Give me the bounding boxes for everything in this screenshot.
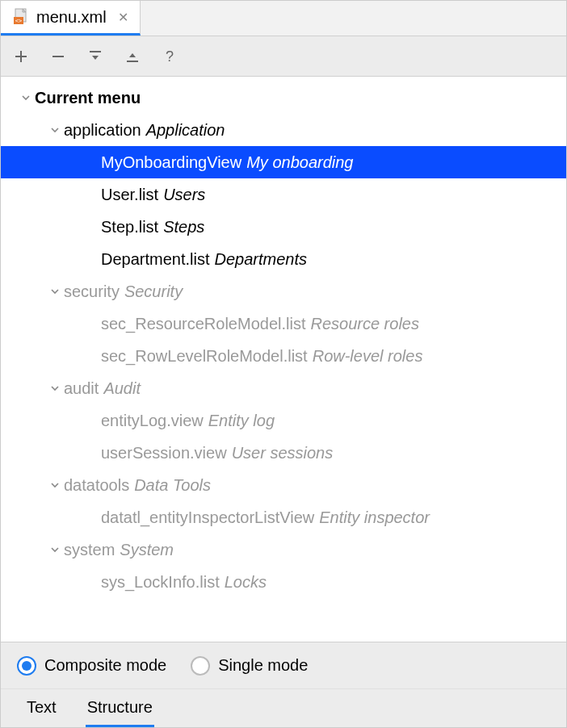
tree-group-label: Application xyxy=(146,121,225,140)
tree-item-label: Entity inspector xyxy=(319,508,430,527)
chevron-down-icon xyxy=(46,541,64,559)
editor-tab-bar: <> menu.xml ✕ xyxy=(1,1,566,36)
tree-item-label: Row-level roles xyxy=(313,347,423,366)
tree-root[interactable]: Current menu xyxy=(1,82,566,114)
menu-tree: Current menuapplicationApplicationMyOnbo… xyxy=(1,77,566,642)
tree-group[interactable]: applicationApplication xyxy=(1,114,566,146)
svg-text:?: ? xyxy=(166,49,174,64)
tree-item-label: User sessions xyxy=(232,444,334,462)
single-mode-label: Single mode xyxy=(218,656,308,675)
collapse-all-button[interactable] xyxy=(124,48,141,65)
tree-group-id: datatools xyxy=(64,476,129,495)
chevron-down-icon xyxy=(46,282,64,300)
help-button[interactable]: ? xyxy=(161,48,178,65)
tree-group-id: security xyxy=(64,282,120,301)
tree-item-label: Steps xyxy=(163,218,204,236)
tree-item-id: MyOnboardingView xyxy=(101,153,242,172)
tree-item-id: userSession.view xyxy=(101,444,227,462)
expand-all-button[interactable] xyxy=(86,48,104,65)
tree-item[interactable]: Step.listSteps xyxy=(1,211,566,243)
tree-item[interactable]: User.listUsers xyxy=(1,178,566,211)
tree-item-id: Step.list xyxy=(101,218,158,236)
tree-item-id: datatl_entityInspectorListView xyxy=(101,508,314,527)
composite-mode-radio[interactable]: Composite mode xyxy=(17,656,166,676)
chevron-down-icon xyxy=(46,121,64,139)
tree-item[interactable]: datatl_entityInspectorListViewEntity ins… xyxy=(1,501,566,533)
tree-item-id: sys_LockInfo.list xyxy=(101,573,220,592)
tree-group[interactable]: auditAudit xyxy=(1,372,566,404)
tree-group[interactable]: datatoolsData Tools xyxy=(1,469,566,501)
tree-group-label: Data Tools xyxy=(134,476,211,495)
chevron-down-icon xyxy=(46,476,64,494)
chevron-down-icon xyxy=(17,89,35,107)
tree-item[interactable]: userSession.viewUser sessions xyxy=(1,437,566,469)
tree-item[interactable]: MyOnboardingViewMy onboarding xyxy=(1,146,566,178)
tree-group-id: application xyxy=(64,121,141,140)
tree-item-label: Users xyxy=(163,186,205,204)
tree-item[interactable]: entityLog.viewEntity log xyxy=(1,404,566,437)
tree-group-label: Audit xyxy=(103,379,141,398)
tree-group-id: system xyxy=(64,541,115,559)
structure-toolbar: ? xyxy=(1,36,566,77)
tree-group-label: System xyxy=(120,541,174,559)
tree-item-label: Locks xyxy=(225,573,267,592)
tree-item-id: sec_ResourceRoleModel.list xyxy=(101,315,305,333)
tree-item-id: Department.list xyxy=(101,250,210,269)
tree-item[interactable]: sys_LockInfo.listLocks xyxy=(1,566,566,598)
tree-group[interactable]: systemSystem xyxy=(1,533,566,566)
svg-text:<>: <> xyxy=(15,18,22,24)
single-mode-radio[interactable]: Single mode xyxy=(191,656,308,676)
tab-text[interactable]: Text xyxy=(25,690,58,727)
tree-item-label: Departments xyxy=(215,250,308,269)
editor-tab[interactable]: <> menu.xml ✕ xyxy=(1,1,141,36)
tree-item-id: sec_RowLevelRoleModel.list xyxy=(101,347,308,366)
tab-structure[interactable]: Structure xyxy=(86,690,154,727)
composite-mode-label: Composite mode xyxy=(44,656,166,675)
tree-item-label: Resource roles xyxy=(310,315,419,333)
xml-file-icon: <> xyxy=(12,8,30,26)
chevron-down-icon xyxy=(46,379,64,397)
mode-bar: Composite mode Single mode xyxy=(1,642,566,688)
tree-item[interactable]: Department.listDepartments xyxy=(1,243,566,275)
add-button[interactable] xyxy=(12,48,30,65)
tree-group-label: Security xyxy=(124,282,183,301)
editor-mode-tabs: Text Structure xyxy=(1,688,566,727)
close-icon[interactable]: ✕ xyxy=(118,10,128,25)
tree-item-id: User.list xyxy=(101,186,158,204)
tree-item-id: entityLog.view xyxy=(101,412,204,430)
tree-group-id: audit xyxy=(64,379,99,398)
tree-item-label: Entity log xyxy=(208,412,275,430)
tree-item-label: My onboarding xyxy=(246,153,353,172)
radio-icon xyxy=(17,656,36,676)
tree-item[interactable]: sec_RowLevelRoleModel.listRow-level role… xyxy=(1,340,566,372)
radio-icon xyxy=(191,656,210,676)
tree-item[interactable]: sec_ResourceRoleModel.listResource roles xyxy=(1,308,566,340)
tree-root-label: Current menu xyxy=(35,89,141,107)
tab-filename: menu.xml xyxy=(36,8,107,27)
remove-button[interactable] xyxy=(49,48,67,65)
tree-group[interactable]: securitySecurity xyxy=(1,275,566,308)
